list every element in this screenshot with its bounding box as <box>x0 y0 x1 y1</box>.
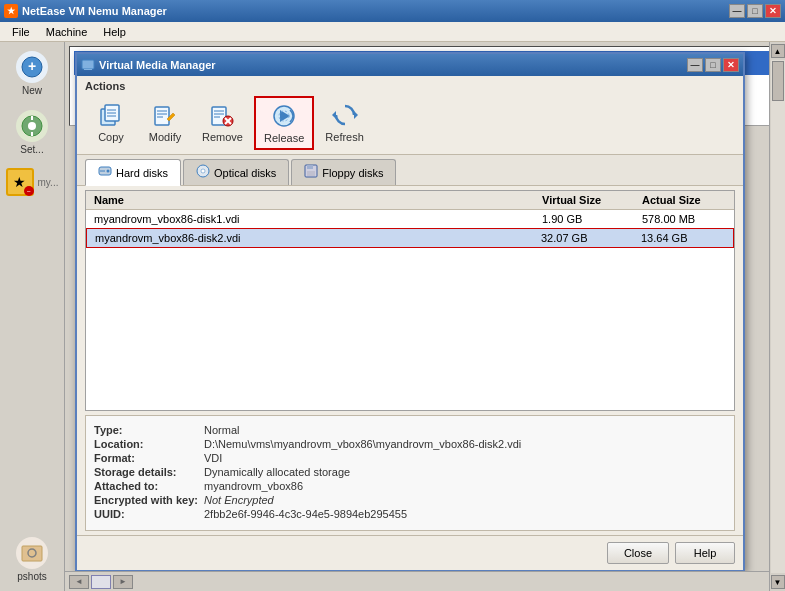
attached-value: myandrovm_vbox86 <box>204 480 726 492</box>
refresh-button[interactable]: Refresh <box>316 96 373 150</box>
close-dialog-button[interactable]: Close <box>607 542 669 564</box>
release-icon <box>270 102 298 130</box>
tab-floppy-disks[interactable]: Floppy disks <box>291 159 396 185</box>
settings-icon <box>16 110 48 142</box>
encrypted-label: Encrypted with key: <box>94 494 204 506</box>
main-area: myandrovm_vbox86 Virtual Media Manager — <box>65 42 785 591</box>
copy-button[interactable]: Copy <box>85 96 137 150</box>
modify-button[interactable]: Modify <box>139 96 191 150</box>
uuid-label: UUID: <box>94 508 204 520</box>
scroll-left[interactable]: ◄ <box>69 575 89 589</box>
sidebar-settings-button[interactable]: Set... <box>4 105 60 160</box>
scroll-right[interactable]: ► <box>113 575 133 589</box>
hard-disk-tab-icon <box>98 164 112 181</box>
modify-icon <box>151 101 179 129</box>
content-area: + New Set... ★ <box>0 42 785 591</box>
scroll-thumb[interactable] <box>772 61 784 101</box>
format-label: Format: <box>94 452 204 464</box>
svg-point-37 <box>201 169 205 173</box>
refresh-icon <box>331 101 359 129</box>
release-button[interactable]: Release <box>254 96 314 150</box>
title-bar: ★ NetEase VM Nemu Manager — □ ✕ <box>0 0 785 22</box>
detail-encrypted: Encrypted with key: Not Encrypted <box>94 494 726 506</box>
detail-location: Location: D:\Nemu\vms\myandrovm_vbox86\m… <box>94 438 726 450</box>
maximize-button[interactable]: □ <box>747 4 763 18</box>
detail-attached: Attached to: myandrovm_vbox86 <box>94 480 726 492</box>
menu-file[interactable]: File <box>4 24 38 40</box>
dialog-title-controls: — □ ✕ <box>687 58 739 72</box>
snapshots-label: pshots <box>17 571 46 582</box>
svg-point-34 <box>107 170 110 173</box>
scroll-down[interactable]: ▼ <box>771 575 785 589</box>
settings-label: Set... <box>20 144 43 155</box>
tabs-row: Hard disks Optical disks <box>77 155 743 186</box>
table-header: Name Virtual Size Actual Size <box>86 191 734 210</box>
menu-machine[interactable]: Machine <box>38 24 96 40</box>
help-button[interactable]: Help <box>675 542 735 564</box>
detail-storage: Storage details: Dynamically allocated s… <box>94 466 726 478</box>
snapshots-icon <box>16 537 48 569</box>
dialog-footer: Close Help <box>77 535 743 570</box>
menu-help[interactable]: Help <box>95 24 134 40</box>
type-label: Type: <box>94 424 204 436</box>
svg-marker-31 <box>354 111 358 119</box>
release-label: Release <box>264 132 304 144</box>
svg-marker-32 <box>332 111 336 119</box>
svg-rect-40 <box>307 171 315 176</box>
dialog-minimize[interactable]: — <box>687 58 703 72</box>
type-value: Normal <box>204 424 726 436</box>
table-row-selected[interactable]: myandrovm_vbox86-disk2.vdi 32.07 GB 13.6… <box>86 228 734 248</box>
svg-rect-12 <box>84 69 92 70</box>
row1-asize: 578.00 MB <box>634 213 734 225</box>
storage-label: Storage details: <box>94 466 204 478</box>
svg-rect-18 <box>155 107 169 125</box>
location-label: Location: <box>94 438 204 450</box>
close-button[interactable]: ✕ <box>765 4 781 18</box>
dialog-icon <box>81 58 95 72</box>
row1-vsize: 1.90 GB <box>534 213 634 225</box>
tab-optical-disks[interactable]: Optical disks <box>183 159 289 185</box>
detail-format: Format: VDI <box>94 452 726 464</box>
tab-hard-disks[interactable]: Hard disks <box>85 159 181 186</box>
optical-disk-tab-icon <box>196 164 210 181</box>
copy-label: Copy <box>98 131 124 143</box>
optical-disks-tab-label: Optical disks <box>214 167 276 179</box>
floppy-disks-tab-label: Floppy disks <box>322 167 383 179</box>
machine-badge: − <box>24 186 34 196</box>
location-value: D:\Nemu\vms\myandrovm_vbox86\myandrovm_v… <box>204 438 726 450</box>
col-name-header: Name <box>86 194 534 206</box>
dialog-maximize[interactable]: □ <box>705 58 721 72</box>
app-title: NetEase VM Nemu Manager <box>22 5 729 17</box>
table-row[interactable]: myandrovm_vbox86-disk1.vdi 1.90 GB 578.0… <box>86 210 734 228</box>
svg-text:+: + <box>28 58 36 74</box>
scroll-track <box>771 60 785 573</box>
sidebar: + New Set... ★ <box>0 42 65 591</box>
menu-bar: File Machine Help <box>0 22 785 42</box>
svg-rect-11 <box>82 60 94 69</box>
detail-type: Type: Normal <box>94 424 726 436</box>
machine-icon: ★ − <box>6 168 34 196</box>
remove-button[interactable]: Remove <box>193 96 252 150</box>
col-vsize-header: Virtual Size <box>534 194 634 206</box>
my-machine-item[interactable]: ★ − my... <box>2 164 63 200</box>
page-indicator <box>91 575 111 589</box>
format-value: VDI <box>204 452 726 464</box>
copy-icon <box>97 101 125 129</box>
floppy-disk-tab-icon <box>304 164 318 181</box>
title-controls: — □ ✕ <box>729 4 781 18</box>
toolbar: Copy <box>85 96 735 150</box>
app-icon: ★ <box>4 4 18 18</box>
new-label: New <box>22 85 42 96</box>
details-panel: Type: Normal Location: D:\Nemu\vms\myand… <box>85 415 735 531</box>
scrollbar: ▲ ▼ <box>769 42 785 591</box>
dialog-title: Virtual Media Manager <box>99 59 687 71</box>
minimize-button[interactable]: — <box>729 4 745 18</box>
sidebar-snapshots-button[interactable]: pshots <box>4 532 60 587</box>
scroll-up[interactable]: ▲ <box>771 44 785 58</box>
row2-name: myandrovm_vbox86-disk2.vdi <box>87 232 533 244</box>
main-window: ★ NetEase VM Nemu Manager — □ ✕ File Mac… <box>0 0 785 591</box>
dialog-close[interactable]: ✕ <box>723 58 739 72</box>
col-asize-header: Actual Size <box>634 194 734 206</box>
virtual-media-dialog: Virtual Media Manager — □ ✕ Actions <box>75 52 745 572</box>
sidebar-new-button[interactable]: + New <box>4 46 60 101</box>
